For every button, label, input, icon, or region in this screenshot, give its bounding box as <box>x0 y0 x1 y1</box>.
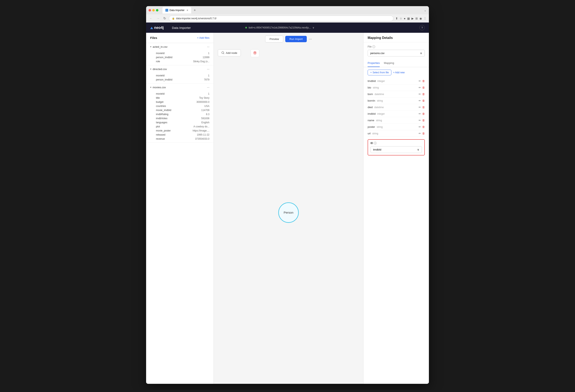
edit-icon[interactable]: ✏ <box>419 92 421 96</box>
profile-icon[interactable]: ◉ <box>419 17 422 20</box>
field-name: imdbVotes <box>156 117 168 120</box>
extension-icon-2[interactable]: ▦ <box>407 17 410 20</box>
delete-icon[interactable]: 🗑 <box>422 106 425 109</box>
preview-button[interactable]: Preview <box>265 36 283 42</box>
forward-button[interactable]: → <box>156 16 161 21</box>
connection-indicator[interactable]: bolt+s://85474006517e1dc2988064c7a2109d4… <box>245 26 314 29</box>
tab-mapping[interactable]: Mapping <box>384 59 394 67</box>
share-icon[interactable]: ⬆ <box>395 17 398 20</box>
file-menu-directed[interactable]: ··· <box>207 67 209 71</box>
list-item: countries USA <box>146 104 214 108</box>
file-menu-acted-in[interactable]: ··· <box>207 45 209 48</box>
traffic-lights <box>148 9 158 11</box>
bookmark-icon[interactable]: ☆ <box>400 17 402 20</box>
back-button[interactable]: ← <box>148 16 153 21</box>
field-value: Toy Story <box>199 96 209 99</box>
file-header-left: ▾ acted_in.csv <box>150 45 168 48</box>
file-header-directed[interactable]: ▾ directed.csv ··· <box>146 65 214 73</box>
list-item: person_tmdbId 7879 <box>146 78 214 82</box>
graph-canvas[interactable]: Add node Person <box>214 45 363 384</box>
file-label: File i <box>368 45 425 48</box>
list-item: title Toy Story <box>146 96 214 100</box>
delete-icon[interactable]: 🗑 <box>422 132 425 135</box>
field-name: released <box>156 133 165 136</box>
select-from-file-button[interactable]: + Select from file <box>368 70 391 75</box>
delete-icon[interactable]: 🗑 <box>422 99 425 102</box>
file-info-icon[interactable]: i <box>372 45 375 48</box>
add-new-button[interactable]: + Add new <box>393 71 405 74</box>
delete-icon[interactable]: 🗑 <box>422 119 425 122</box>
edit-icon[interactable]: ✏ <box>419 112 421 115</box>
delete-icon[interactable]: 🗑 <box>422 112 425 115</box>
edit-icon[interactable]: ✏ <box>419 106 421 109</box>
app-header: ⟁ neo4j Data Importer bolt+s://854740065… <box>146 23 429 33</box>
minimize-button[interactable] <box>152 9 155 11</box>
tab-close-button[interactable]: ✕ <box>187 9 188 12</box>
list-item: released 1995-11-22 <box>146 133 214 137</box>
file-section-movies: ▾ movies.csv ··· movieId 1 title Toy Sto… <box>146 84 214 143</box>
plus-icon: + <box>370 71 372 74</box>
add-node-label: Add node <box>226 51 237 54</box>
active-tab[interactable]: Data Importer ✕ <box>163 7 191 14</box>
prop-actions: ✏ 🗑 <box>419 79 425 83</box>
prop-row-url: url string ✏ 🗑 <box>368 130 425 137</box>
maximize-button[interactable] <box>156 9 158 11</box>
edit-icon[interactable]: ✏ <box>419 125 421 128</box>
edit-icon[interactable]: ✏ <box>419 119 421 122</box>
field-value: A cowboy do... <box>193 125 209 128</box>
delete-button[interactable] <box>251 49 259 57</box>
select-from-file-label: Select from file <box>373 71 389 74</box>
prop-name: bio <box>368 86 371 89</box>
more-options-button[interactable]: ··· <box>309 37 312 41</box>
edit-icon[interactable]: ✏ <box>419 86 421 89</box>
help-button[interactable]: ? <box>419 25 425 30</box>
prop-type: datetime <box>374 106 384 109</box>
tab-properties[interactable]: Properties <box>368 59 380 67</box>
new-tab-button[interactable]: + <box>192 7 197 13</box>
address-input[interactable]: 🔒 data-importer.neo4j.io/versions/0.7.0/ <box>169 16 393 21</box>
person-node[interactable]: Person <box>278 202 299 223</box>
delete-icon[interactable]: 🗑 <box>422 125 425 128</box>
run-import-button[interactable]: Run Import <box>285 36 307 42</box>
add-node-button[interactable]: Add node <box>218 49 241 56</box>
file-section: File i persons.csv ∨ <box>363 42 429 59</box>
field-value: 591836 <box>201 117 209 120</box>
field-value: English <box>201 121 209 124</box>
address-text: data-importer.neo4j.io/versions/0.7.0/ <box>176 17 216 20</box>
delete-icon[interactable]: 🗑 <box>422 86 425 89</box>
field-name: movie_poster <box>156 129 171 132</box>
id-section: ID i tmdbId ∨ <box>368 139 425 156</box>
menu-icon[interactable]: ⋮ <box>424 17 427 20</box>
file-menu-movies[interactable]: ··· <box>207 86 209 89</box>
canvas-toolbar: Preview Run Import ··· <box>214 33 363 45</box>
prop-type: string <box>373 86 379 89</box>
delete-icon[interactable]: 🗑 <box>422 92 425 96</box>
extension-icon-1[interactable]: ● <box>404 17 406 20</box>
close-button[interactable] <box>148 9 151 11</box>
reload-button[interactable]: ↻ <box>163 16 167 21</box>
edit-icon[interactable]: ✏ <box>419 79 421 83</box>
file-dropdown[interactable]: persons.csv ∨ <box>368 50 425 57</box>
id-info-icon[interactable]: i <box>374 142 377 145</box>
field-name: countries <box>156 105 166 108</box>
field-name: role <box>156 60 160 63</box>
id-dropdown[interactable]: tmdbId ∨ <box>370 146 422 153</box>
svg-rect-2 <box>254 52 256 54</box>
extensions-icon[interactable]: ⊞ <box>415 17 418 20</box>
file-rows-directed: movieId 1 person_tmdbId 7879 <box>146 73 214 83</box>
delete-icon[interactable]: 🗑 <box>422 79 425 83</box>
svg-point-0 <box>222 52 224 54</box>
prop-row-imdbid: imdbId integer ✏ 🗑 <box>368 111 425 117</box>
field-value: Slinky Dog (v... <box>193 60 209 63</box>
list-item: budget 30000000.0 <box>146 100 214 104</box>
prop-type: string <box>377 126 383 128</box>
file-header-acted-in[interactable]: ▾ acted_in.csv ··· <box>146 43 214 50</box>
edit-icon[interactable]: ✏ <box>419 99 421 102</box>
mapping-tabs: Properties Mapping <box>363 59 429 67</box>
extension-icon-3[interactable]: ▶ <box>411 17 414 20</box>
add-files-button[interactable]: + Add files <box>197 36 209 39</box>
edit-icon[interactable]: ✏ <box>419 132 421 135</box>
field-value: 114709 <box>201 109 209 112</box>
prop-name: bornIn <box>368 99 375 102</box>
file-header-movies[interactable]: ▾ movies.csv ··· <box>146 84 214 91</box>
